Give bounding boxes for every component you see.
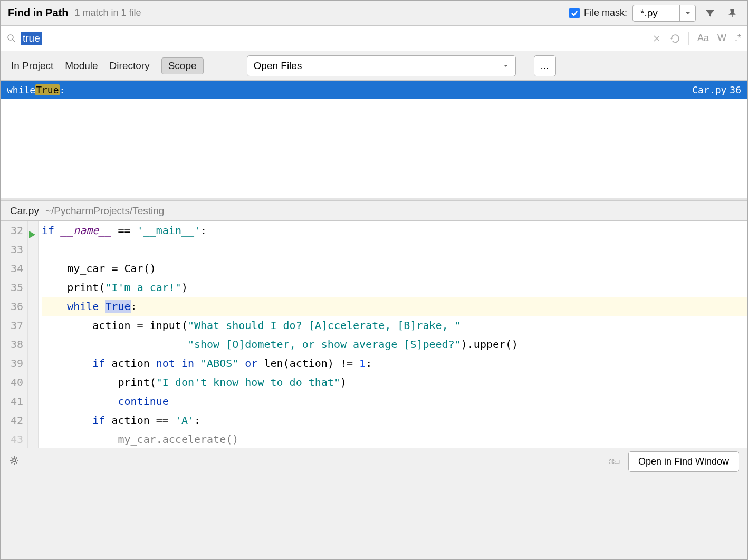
code-preview[interactable]: 323334 353637 383940 414243 if __name__ … — [1, 221, 747, 448]
svg-point-1 — [13, 459, 16, 462]
chevron-down-icon — [503, 60, 509, 72]
tab-directory[interactable]: Directory — [110, 60, 150, 72]
scope-selector[interactable]: Open Files — [247, 55, 516, 76]
search-icon — [7, 34, 16, 43]
match-case-toggle[interactable]: Aa — [697, 33, 709, 44]
keyboard-shortcut: ⌘⏎ — [609, 457, 619, 467]
pin-icon[interactable] — [724, 6, 740, 21]
result-match: True — [35, 84, 59, 95]
svg-point-0 — [8, 35, 13, 40]
line-number-gutter: 323334 353637 383940 414243 — [1, 221, 28, 448]
result-suffix: : — [60, 84, 65, 95]
clear-icon[interactable] — [653, 34, 661, 43]
file-mask-label: File mask: — [584, 7, 627, 18]
tab-in-project[interactable]: In Project — [11, 60, 53, 72]
search-bar: true Aa W .* — [1, 26, 747, 51]
words-toggle[interactable]: W — [717, 33, 726, 44]
scope-value: Open Files — [254, 60, 302, 72]
run-gutter — [28, 221, 39, 448]
result-prefix: while — [7, 84, 35, 95]
scope-toolbar: In Project Module Directory Scope Open F… — [1, 51, 747, 81]
file-mask-checkbox[interactable] — [569, 8, 580, 18]
result-line: 36 — [730, 84, 741, 95]
code-body: if __name__ == '__main__': my_car = Car(… — [39, 221, 747, 448]
gear-icon[interactable] — [9, 455, 20, 468]
title-bar: Find in Path 1 match in 1 file File mask… — [1, 1, 747, 26]
match-count: 1 match in 1 file — [74, 7, 141, 18]
tab-module[interactable]: Module — [65, 60, 98, 72]
preview-path: ~/PycharmProjects/Testing — [45, 205, 164, 217]
preview-header: Car.py ~/PycharmProjects/Testing — [1, 201, 747, 221]
file-mask-combo[interactable]: *.py — [632, 5, 696, 22]
search-input[interactable]: true — [21, 32, 653, 45]
more-scope-button[interactable]: ... — [534, 55, 556, 76]
chevron-down-icon — [679, 5, 695, 22]
search-query-text: true — [21, 32, 42, 45]
filter-icon[interactable] — [702, 6, 718, 21]
regex-toggle[interactable]: .* — [735, 33, 741, 44]
footer: ⌘⏎ Open in Find Window — [1, 448, 747, 475]
dialog-title: Find in Path — [8, 7, 68, 19]
tab-scope[interactable]: Scope — [161, 57, 204, 74]
search-result-row[interactable]: while True: Car.py 36 — [1, 81, 747, 99]
file-mask-value: *.py — [633, 7, 679, 19]
result-file: Car.py — [692, 84, 726, 95]
history-icon[interactable] — [669, 34, 680, 43]
preview-filename: Car.py — [10, 205, 39, 217]
run-icon[interactable] — [29, 225, 35, 244]
results-empty-area — [1, 99, 747, 198]
open-in-find-window-button[interactable]: Open in Find Window — [628, 451, 739, 472]
